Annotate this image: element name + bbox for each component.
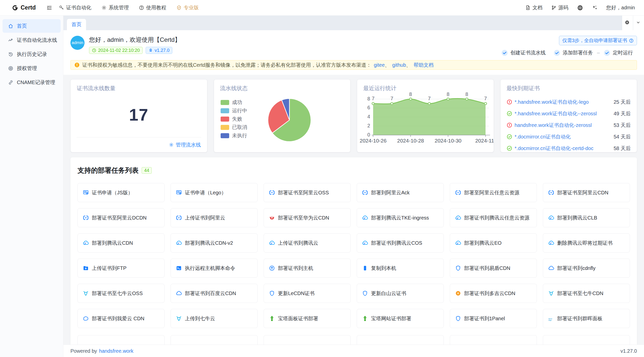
cert-name-link[interactable]: *.docmirror.cn证书自动化-certd-doc — [515, 145, 609, 152]
top-nav-item[interactable]: 专业版 — [176, 4, 199, 11]
svg-text:0: 0 — [367, 132, 370, 137]
task-card[interactable]: 部署证书到主机 — [264, 259, 351, 278]
document-icon — [525, 5, 531, 10]
task-card[interactable]: 部署证书至七牛CDN — [543, 284, 630, 303]
cert-name-link[interactable]: *.docmirror.cn证书自动化 — [515, 133, 609, 140]
top-nav-item[interactable]: 系统管理 — [101, 4, 129, 11]
task-card[interactable]: 部署至阿里云任意云资源 — [450, 183, 537, 202]
task-card[interactable]: 部署证书至阿里云CDN — [543, 183, 630, 202]
sidebar-item[interactable]: 授权管理 — [3, 61, 61, 75]
task-card[interactable] — [543, 335, 630, 345]
pipeline-status-card: 流水线状态 成功 运行中 — [214, 79, 351, 152]
tab-menu-button[interactable] — [633, 16, 644, 30]
task-card[interactable]: 部署证书到百度云CDN — [171, 284, 258, 303]
top-nav-item[interactable]: 使用教程 — [139, 4, 166, 11]
legend-item[interactable]: 未执行 — [221, 131, 247, 140]
vip-icon — [176, 5, 182, 10]
top-nav-item[interactable]: 证书自动化 — [59, 4, 91, 11]
task-card[interactable]: 上传证书到阿里云 — [171, 208, 258, 227]
task-card[interactable]: 部署到腾讯云CDN — [77, 233, 165, 253]
app-logo[interactable]: Certd — [12, 4, 42, 11]
task-card[interactable]: 部署证书到腾讯云COS — [357, 233, 444, 253]
task-card[interactable]: 删除腾讯云即将过期证书 — [543, 233, 630, 253]
tasks-grid-overflow — [77, 335, 630, 345]
manage-pipelines-link[interactable]: 管理流水线 — [77, 137, 201, 152]
source-code-link[interactable]: 源码 — [551, 4, 569, 11]
shield-icon — [455, 315, 461, 322]
sidebar-item[interactable]: 执行历史记录 — [3, 47, 61, 61]
task-card[interactable]: 部署证书到易盾CDN — [450, 259, 537, 278]
top-nav-item-label: 证书自动化 — [66, 4, 91, 11]
handsfree-link[interactable]: handsfree.work — [99, 348, 134, 354]
task-card[interactable]: 部署证书至阿里云DCDN — [77, 208, 165, 227]
history-icon — [8, 52, 13, 57]
task-card[interactable]: 执行远程主机脚本命令 — [171, 259, 258, 278]
task-card[interactable]: 更新LeCDN证书 — [264, 284, 351, 303]
git-branch-icon — [551, 5, 556, 10]
task-card[interactable]: 宝塔网站证书部署 — [357, 309, 444, 328]
tab-home[interactable]: 首页 — [67, 19, 86, 30]
task-card[interactable]: 部署证书至华为云CDN — [264, 208, 351, 227]
three-steps-badge[interactable]: 仅需3步，全自动申请部署证书 — [559, 36, 637, 45]
task-card[interactable]: 证书申请（JS版） — [77, 183, 165, 202]
language-globe-icon[interactable] — [577, 5, 583, 11]
theme-sparkles-icon[interactable] — [592, 5, 598, 11]
legend-item[interactable]: 运行中 — [221, 106, 247, 115]
task-card[interactable]: 宝塔面板证书部署 — [264, 309, 351, 328]
cert-name-link[interactable]: *.handsfree.work证书自动化--zerossl — [515, 110, 609, 117]
avatar[interactable]: admin — [70, 36, 85, 50]
task-card[interactable] — [357, 335, 444, 345]
days-remaining: 53 天后 — [611, 122, 631, 129]
card-title: 流水线状态 — [220, 85, 344, 92]
task-card[interactable]: 部署证书至七牛云OSS — [77, 284, 165, 303]
task-card[interactable]: 复制到本机 — [357, 259, 444, 278]
cert-icon — [83, 190, 89, 196]
task-card[interactable]: 上传到七牛云 — [171, 309, 258, 328]
task-card[interactable]: 部署到腾讯云TKE-ingress — [357, 208, 444, 227]
task-card[interactable] — [450, 335, 537, 345]
top-nav: 证书自动化 系统管理 使用教程 专业版 — [59, 4, 199, 11]
alert-link[interactable]: 帮助文档 — [414, 62, 434, 68]
legend-item[interactable]: 失败 — [221, 115, 247, 123]
ok-circle-icon — [507, 111, 512, 116]
alert-link[interactable]: github — [392, 62, 406, 68]
sidebar-item[interactable]: CNAME记录管理 — [3, 76, 61, 89]
task-card[interactable]: 部署证书到多吉云CDN — [450, 284, 537, 303]
task-card[interactable]: 部署证书到cdnfly — [543, 259, 630, 278]
cert-name-link[interactable]: handsfree.work证书自动化-zerossl — [515, 122, 609, 129]
key-icon — [59, 5, 64, 10]
task-card[interactable] — [77, 335, 165, 345]
close-tabs-button[interactable] — [622, 16, 633, 30]
welcome-title: 您好，admin，欢迎使用【Certd】 — [89, 36, 181, 44]
cert-name-link[interactable]: *.handsfree.work证书自动化-lego — [515, 99, 609, 105]
task-card[interactable]: 部署到腾讯云CDN-v2 — [171, 233, 258, 253]
task-card[interactable]: 上传证书到腾讯云 — [264, 233, 351, 253]
task-card[interactable] — [264, 335, 351, 345]
task-card[interactable] — [171, 335, 258, 345]
task-card[interactable]: 证书申请（Lego） — [171, 183, 258, 202]
sidebar-item[interactable]: 首页 — [3, 19, 61, 33]
task-card[interactable]: 部署证书至阿里云OSS — [264, 183, 351, 202]
qiniu-icon — [548, 290, 554, 296]
tasks-grid: 证书申请（JS版） 证书申请（Lego） 部署证书至阿里云OSS — [77, 183, 630, 328]
user-menu[interactable]: 您好，admin — [606, 4, 635, 11]
legend-item[interactable]: 已取消 — [221, 123, 247, 131]
menu-fold-icon[interactable] — [46, 5, 52, 11]
task-card[interactable]: 部署到腾讯云CLB — [543, 208, 630, 227]
task-card[interactable]: 部署到阿里云Ack — [357, 183, 444, 202]
legend-item[interactable]: 成功 — [221, 98, 247, 106]
top-nav-item-label: 专业版 — [184, 4, 199, 11]
alert-link[interactable]: gitee — [374, 62, 385, 68]
tencent-icon — [176, 240, 182, 246]
task-card[interactable]: 上传证书到FTP — [77, 259, 165, 278]
docs-link[interactable]: 文档 — [525, 4, 543, 11]
task-card[interactable]: 部署证书到腾讯云任意云资源 — [450, 208, 537, 227]
task-card[interactable]: 更新白山云证书 — [357, 284, 444, 303]
task-card[interactable]: 部署证书到我爱云 CDN — [77, 309, 165, 328]
sidebar-item[interactable]: 证书自动化流水线 — [3, 33, 61, 47]
task-card[interactable]: Synology 部署证书到群晖面板 — [543, 309, 630, 328]
task-card[interactable]: 部署到腾讯云EO — [450, 233, 537, 253]
task-card[interactable]: 部署证书到1Panel — [450, 309, 537, 328]
security-alert: 证书和授权为敏感信息，不要使用来历不明的在线Certd服务和镜像，以免泄露；请务… — [70, 60, 637, 70]
tencent-icon — [548, 240, 554, 246]
